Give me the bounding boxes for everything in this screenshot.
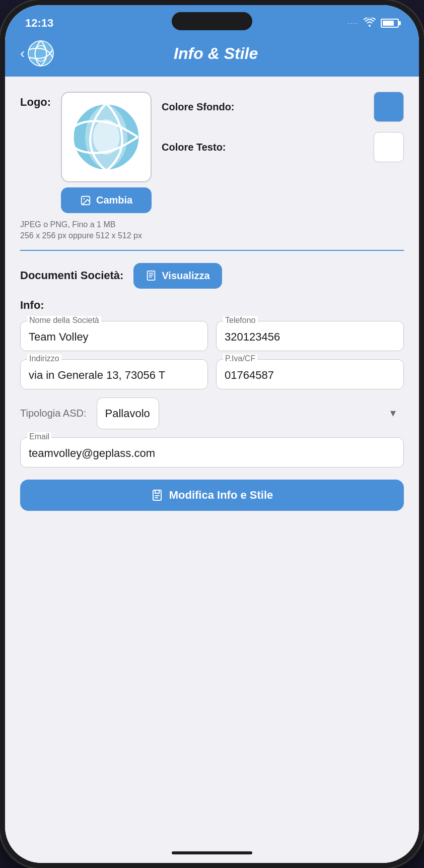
main-content: Logo: xyxy=(5,77,419,843)
documenti-row: Documenti Società: Visualizza xyxy=(20,263,404,289)
piva-label: P.Iva/CF xyxy=(223,354,257,363)
telefono-input[interactable] xyxy=(216,321,404,351)
header-volleyball-icon xyxy=(28,40,54,66)
modifica-button[interactable]: Modifica Info e Stile xyxy=(20,480,404,511)
sfondo-color-swatch[interactable] xyxy=(374,92,404,122)
back-button[interactable]: ‹ xyxy=(20,40,54,66)
tipologia-select[interactable]: Pallavolo Calcio Basket xyxy=(97,397,159,429)
battery-icon xyxy=(381,19,399,28)
cambia-label: Cambia xyxy=(96,194,132,206)
tipologia-select-wrapper: Pallavolo Calcio Basket xyxy=(97,397,404,429)
svg-point-7 xyxy=(83,198,85,199)
indirizzo-label: Indirizzo xyxy=(27,354,61,363)
email-input[interactable] xyxy=(20,437,404,468)
home-indicator xyxy=(5,843,419,863)
piva-input[interactable] xyxy=(216,359,404,389)
indirizzo-field-group: Indirizzo xyxy=(20,359,208,389)
telefono-field-group: Telefono xyxy=(216,321,404,351)
tipologia-label: Tipologia ASD: xyxy=(20,408,87,419)
telefono-label: Telefono xyxy=(223,316,258,325)
nome-input[interactable] xyxy=(20,321,208,351)
cambia-button[interactable]: Cambia xyxy=(61,187,152,213)
logo-label: Logo: xyxy=(20,96,51,109)
svg-point-5 xyxy=(93,119,119,155)
home-bar xyxy=(172,851,252,854)
email-field-group: Email xyxy=(20,437,404,468)
visualizza-button[interactable]: Visualizza xyxy=(133,263,222,289)
sfondo-label: Colore Sfondo: xyxy=(162,101,234,113)
status-icons: ···· xyxy=(348,18,399,29)
modifica-label: Modifica Info e Stile xyxy=(169,489,273,502)
tipologia-row: Tipologia ASD: Pallavolo Calcio Basket xyxy=(20,397,404,429)
sfondo-color-row: Colore Sfondo: xyxy=(162,92,404,122)
notch xyxy=(172,12,252,30)
visualizza-label: Visualizza xyxy=(162,270,209,282)
divider xyxy=(20,250,404,251)
documenti-label: Documenti Società: xyxy=(20,269,123,282)
volleyball-logo-icon xyxy=(71,102,142,172)
page-title: Info & Stile xyxy=(62,44,370,63)
logo-section: Logo: xyxy=(20,92,404,213)
testo-label: Colore Testo: xyxy=(162,142,226,153)
signal-dots-icon: ···· xyxy=(348,20,359,27)
image-edit-icon xyxy=(80,195,91,206)
email-label: Email xyxy=(27,432,51,441)
document-icon xyxy=(146,270,157,281)
logo-hint: JPEG o PNG, Fino a 1 MB 256 x 256 px opp… xyxy=(20,219,404,242)
piva-field-group: P.Iva/CF xyxy=(216,359,404,389)
logo-preview[interactable] xyxy=(61,92,152,182)
nome-label: Nome della Società xyxy=(27,316,101,325)
testo-color-swatch[interactable] xyxy=(374,132,404,162)
indirizzo-input[interactable] xyxy=(20,359,208,389)
header: ‹ Info & Stile xyxy=(5,35,419,77)
wifi-icon xyxy=(364,18,376,29)
color-section: Colore Sfondo: Colore Testo: xyxy=(162,92,404,162)
indirizzo-piva-row: Indirizzo P.Iva/CF xyxy=(20,359,404,389)
status-time: 12:13 xyxy=(25,17,53,30)
nome-field-group: Nome della Società xyxy=(20,321,208,351)
status-bar: 12:13 ···· xyxy=(5,5,419,35)
save-icon xyxy=(151,489,163,501)
testo-color-row: Colore Testo: xyxy=(162,132,404,162)
nome-telefono-row: Nome della Società Telefono xyxy=(20,321,404,351)
info-title: Info: xyxy=(20,299,404,312)
